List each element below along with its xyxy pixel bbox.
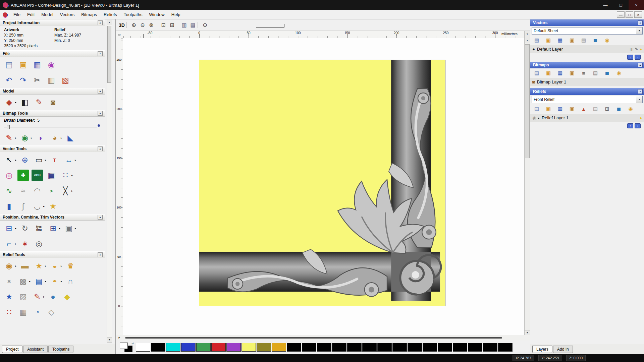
swatch-black[interactable] bbox=[151, 343, 165, 352]
open-vector-layer-icon[interactable]: ▣ bbox=[545, 37, 552, 44]
measure-tool-icon[interactable]: ↔ bbox=[63, 154, 76, 166]
sheet-selector[interactable]: Default Sheet ▼ bbox=[532, 27, 643, 35]
scroll-up-button[interactable]: ▲ bbox=[525, 38, 530, 43]
draw-icon[interactable]: ◉ bbox=[19, 132, 32, 143]
swatch-green[interactable] bbox=[196, 343, 211, 352]
save-bitmap-layer-icon[interactable]: ▦ bbox=[556, 69, 564, 77]
line-style-preview[interactable] bbox=[256, 23, 284, 27]
swatch-black-7[interactable] bbox=[362, 343, 377, 352]
emboss-star-icon[interactable]: ★ bbox=[33, 260, 46, 272]
menu-edit[interactable]: Edit bbox=[24, 11, 38, 18]
swatch-red[interactable] bbox=[211, 343, 226, 352]
menu-bitmaps[interactable]: Bitmaps bbox=[78, 11, 100, 18]
vector-doctor-icon[interactable]: ★ bbox=[47, 200, 59, 212]
artwork[interactable] bbox=[199, 60, 445, 306]
model-wizard-icon[interactable]: ◉ bbox=[46, 59, 57, 70]
minimize-button[interactable]: — bbox=[598, 0, 613, 10]
menu-file[interactable]: File bbox=[10, 11, 24, 18]
fillet-tool-icon[interactable]: ◡ bbox=[32, 200, 45, 212]
transform-vectors-icon[interactable]: ⊕ bbox=[19, 154, 31, 166]
move-layer-down-button[interactable]: ↓ bbox=[635, 123, 641, 128]
ruler-corner-box[interactable]: ▭ bbox=[116, 31, 123, 38]
zoom-out-icon[interactable]: ⊖ bbox=[139, 21, 147, 29]
tab-project[interactable]: Project bbox=[2, 346, 22, 353]
relief-from-clipart-icon[interactable]: ◆ bbox=[3, 97, 16, 108]
wedge-relief-icon[interactable]: ◆ bbox=[61, 291, 73, 302]
create-block-icon[interactable]: ✚ bbox=[17, 170, 29, 181]
layer-snap-icon[interactable]: ◫ bbox=[630, 47, 633, 52]
toggle-vector-view-icon[interactable]: ▤ bbox=[189, 21, 197, 29]
paint-icon[interactable]: ✎ bbox=[3, 132, 16, 143]
rollup-button[interactable]: ▴ bbox=[98, 146, 103, 151]
menu-window[interactable]: Window bbox=[146, 11, 168, 18]
swatch-cyan[interactable] bbox=[166, 343, 180, 352]
swatch-black-4[interactable] bbox=[317, 343, 331, 352]
brush-diameter-slider[interactable] bbox=[4, 124, 100, 129]
expand-layer-icon[interactable]: ▸ bbox=[538, 116, 540, 120]
relief-layer-row[interactable]: ◉ ▸ Relief Layer 1 ● bbox=[530, 114, 644, 122]
relief-selector[interactable]: Front Relief ▼ bbox=[532, 96, 643, 103]
swatch-black-2[interactable] bbox=[287, 343, 301, 352]
sculpt-relief-icon[interactable]: ✎ bbox=[33, 97, 45, 108]
bezier-curve-icon[interactable]: ◠ bbox=[32, 185, 43, 196]
primary-secondary-color-selector[interactable]: ⇄ bbox=[119, 342, 134, 353]
relief-layer-wizard-icon[interactable]: ◉ bbox=[627, 105, 634, 113]
rectangle-tool-icon[interactable]: ▭ bbox=[33, 154, 46, 166]
open-bitmap-layer-icon[interactable]: ▣ bbox=[545, 69, 552, 77]
sep-2[interactable] bbox=[156, 22, 159, 28]
mdi-restore-button[interactable]: □ bbox=[626, 11, 633, 18]
weave-vectors-icon[interactable]: ∗ bbox=[19, 238, 31, 249]
move-layer-down-button[interactable]: ↓ bbox=[635, 55, 641, 60]
sculpt-tool-icon[interactable]: ◉ bbox=[3, 260, 16, 272]
texture-relief-icon[interactable]: ▩ bbox=[17, 276, 31, 287]
delete-bitmap-layer-icon[interactable]: ◼ bbox=[603, 69, 611, 77]
zoom-object-icon[interactable]: ⊙ bbox=[201, 21, 209, 29]
maximize-button[interactable]: □ bbox=[613, 0, 629, 10]
paste-array-icon[interactable]: ∷ bbox=[60, 170, 73, 181]
layer-color-swatch[interactable]: ● bbox=[532, 47, 535, 52]
import-bitmap-icon[interactable]: ▣ bbox=[568, 69, 576, 77]
swatch-black-16[interactable] bbox=[498, 343, 513, 352]
swatch-purple[interactable] bbox=[226, 343, 241, 352]
angle-relief-icon[interactable]: ◇ bbox=[46, 306, 57, 318]
swatch-black-8[interactable] bbox=[377, 343, 392, 352]
toggle-bitmap-view-icon[interactable]: ▥ bbox=[180, 21, 188, 29]
tab-toolpaths[interactable]: Toolpaths bbox=[48, 346, 73, 353]
slider-thumb[interactable] bbox=[7, 125, 10, 129]
swatch-olive[interactable] bbox=[257, 343, 271, 352]
move-layer-up-button[interactable]: ↑ bbox=[627, 123, 633, 128]
swatch-black-11[interactable] bbox=[423, 343, 437, 352]
paint-relief-icon[interactable]: ✎ bbox=[32, 291, 45, 302]
menu-toolpaths[interactable]: Toolpaths bbox=[120, 11, 146, 18]
open-relief-layer-icon[interactable]: ▣ bbox=[545, 105, 552, 113]
scrollbar-thumb[interactable] bbox=[125, 337, 502, 339]
swatch-black-14[interactable] bbox=[468, 343, 482, 352]
export-vectors-icon[interactable]: ▤ bbox=[580, 37, 587, 44]
colour-picker-icon[interactable]: ◗ bbox=[35, 132, 46, 143]
swatch-blue[interactable] bbox=[181, 343, 196, 352]
select-vectors-icon[interactable]: ↖ bbox=[3, 154, 16, 166]
canvas-horizontal-scrollbar[interactable]: ► bbox=[116, 335, 530, 341]
zoom-rectangle-icon[interactable]: ⊡ bbox=[159, 21, 167, 29]
import-relief-icon[interactable]: ▣ bbox=[568, 105, 576, 113]
sep-4[interactable] bbox=[198, 22, 200, 28]
new-bitmap-layer-icon[interactable]: ▤ bbox=[533, 69, 540, 77]
spiral-tool-icon[interactable]: ◎ bbox=[33, 238, 45, 249]
rollup-button[interactable]: ▴ bbox=[638, 89, 643, 94]
move-layer-up-button[interactable]: ↑ bbox=[627, 55, 633, 60]
blob-relief-icon[interactable]: ◔ bbox=[32, 306, 43, 318]
mdi-minimize-button[interactable]: — bbox=[617, 11, 625, 18]
delete-vector-layer-icon[interactable]: ◼ bbox=[592, 37, 599, 44]
rollup-button[interactable]: ▴ bbox=[98, 51, 103, 56]
cut-icon[interactable]: ✂ bbox=[32, 74, 43, 86]
undo-icon[interactable]: ↶ bbox=[3, 74, 15, 86]
dropdown-arrow-icon[interactable]: ▼ bbox=[636, 96, 642, 103]
zoom-previous-icon[interactable]: ⊗ bbox=[147, 21, 155, 29]
save-vector-layer-icon[interactable]: ▦ bbox=[556, 37, 564, 44]
relief-sheet-icon[interactable]: ▤ bbox=[592, 105, 599, 113]
drawing-canvas[interactable] bbox=[123, 38, 524, 335]
scatter-relief-icon[interactable]: ∷ bbox=[3, 306, 15, 318]
vector-layer-wizard-icon[interactable]: ◉ bbox=[603, 37, 611, 44]
bitmap-sheet-icon[interactable]: ▤ bbox=[592, 69, 599, 77]
copy-icon[interactable]: ▥ bbox=[46, 74, 57, 86]
